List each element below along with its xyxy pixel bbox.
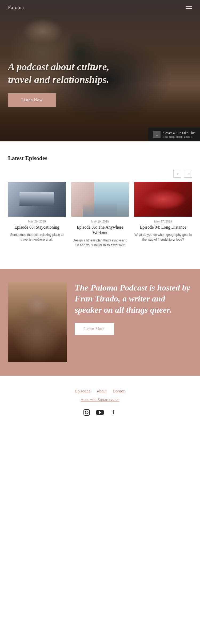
badge-title: Create a Site Like This [163,131,195,135]
about-title: The Paloma Podcast is hosted by Fran Tir… [75,282,192,316]
made-with-text: Made with [81,398,97,402]
episode-desc-2: Design a fitness plan that's simple and … [71,238,129,248]
youtube-icon[interactable] [96,408,104,417]
learn-more-button[interactable]: Learn More [75,323,114,335]
footer-social: f [8,408,192,417]
episode-title-2: Episode 05: The Anywhere Workout [71,225,129,236]
footer-link-episodes[interactable]: Episodes [75,389,90,393]
hamburger-line-1 [186,6,192,7]
listen-now-button[interactable]: Listen Now [8,93,56,107]
host-photo [8,282,67,362]
episode-date-1: May 29, 2019 [8,220,66,223]
episodes-section: Latest Episodes ‹ › May 29, 2019 Episode… [0,141,200,258]
episodes-grid: May 29, 2019 Episode 06: Staycationing S… [8,182,192,248]
squarespace-link[interactable]: Squarespace [97,397,119,402]
episode-thumb-1 [8,182,66,217]
episode-title-3: Episode 04: Long Distance [134,225,192,230]
hamburger-menu[interactable] [186,6,192,9]
footer-nav: Episodes About Donate [8,389,192,393]
hero-nav: Paloma [0,0,200,15]
next-arrow[interactable]: › [184,170,192,178]
hamburger-line-2 [186,8,192,9]
footer-link-donate[interactable]: Donate [113,389,125,393]
episodes-title: Latest Episodes [8,155,192,162]
hero-section: Paloma A podcast about culture, travel a… [0,0,200,141]
facebook-icon[interactable]: f [109,408,118,417]
episode-desc-3: What do you do when geography gets in th… [134,232,192,242]
episode-card-2[interactable]: May 29, 2019 Episode 05: The Anywhere Wo… [71,182,129,248]
yt-svg [96,410,104,415]
episode-card-3[interactable]: May 27, 2019 Episode 04: Long Distance W… [134,182,192,248]
squarespace-badge[interactable]: □ Create a Site Like This Free trial. In… [148,128,200,141]
episode-thumb-2 [71,182,129,217]
episode-card-1[interactable]: May 29, 2019 Episode 06: Staycationing S… [8,182,66,248]
squarespace-icon: □ [153,131,161,138]
episode-thumb-3 [134,182,192,217]
episode-date-3: May 27, 2019 [134,220,192,223]
badge-subtitle: Free trial. Instant access. [163,135,195,138]
footer-link-about[interactable]: About [97,389,107,393]
episodes-navigation: ‹ › [8,170,192,178]
instagram-icon[interactable] [82,408,91,417]
hero-title: A podcast about culture, travel and rela… [8,61,120,86]
site-logo: Paloma [8,5,24,10]
footer-made-with: Made with Squarespace [8,397,192,402]
episode-title-1: Episode 06: Staycationing [8,225,66,230]
episode-desc-1: Sometimes the most relaxing place to tra… [8,232,66,242]
fb-svg: f [112,410,114,415]
ig-svg [83,409,90,416]
footer: Episodes About Donate Made with Squaresp… [0,376,200,427]
about-section: The Paloma Podcast is hosted by Fran Tir… [0,269,200,376]
about-content: The Paloma Podcast is hosted by Fran Tir… [75,282,192,335]
prev-arrow[interactable]: ‹ [173,170,181,178]
hero-content: A podcast about culture, travel and rela… [8,61,192,107]
squarespace-badge-text: Create a Site Like This Free trial. Inst… [163,131,195,138]
episode-date-2: May 29, 2019 [71,220,129,223]
